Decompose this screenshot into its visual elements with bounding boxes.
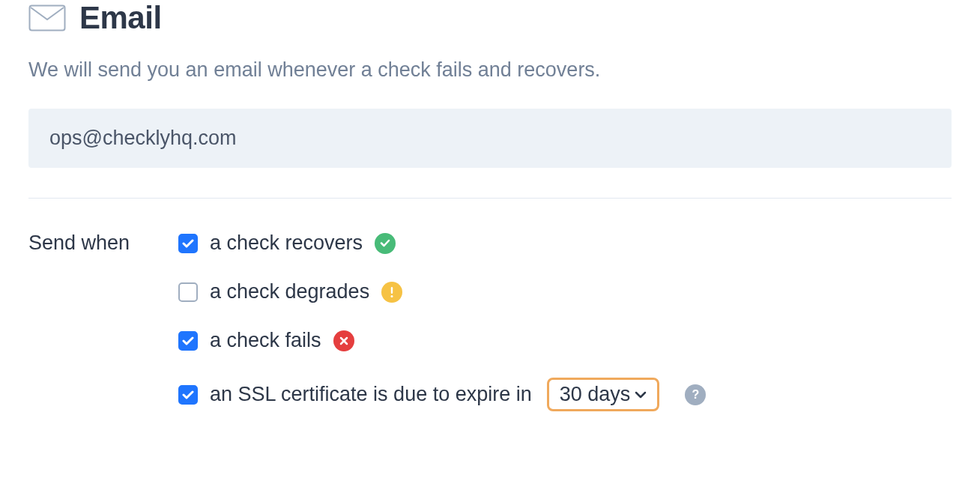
check-success-icon xyxy=(375,233,396,254)
email-input[interactable] xyxy=(28,109,952,168)
chevron-down-icon xyxy=(635,388,647,402)
ssl-expiry-select-value: 30 days xyxy=(560,383,631,406)
option-check-fails: a check fails xyxy=(178,329,706,352)
option-label: an SSL certificate is due to expire in xyxy=(210,383,532,406)
option-label: a check fails xyxy=(210,329,321,352)
svg-rect-0 xyxy=(30,6,65,31)
checkbox-check-degrades[interactable] xyxy=(178,282,198,302)
help-icon[interactable]: ? xyxy=(685,384,706,405)
section-divider xyxy=(28,198,952,199)
send-when-label: Send when xyxy=(28,232,178,255)
page-title: Email xyxy=(79,0,162,36)
option-check-recovers: a check recovers xyxy=(178,232,706,255)
send-when-options: a check recovers a check degrades xyxy=(178,232,706,411)
option-label: a check recovers xyxy=(210,232,363,255)
option-ssl-expiry: an SSL certificate is due to expire in 3… xyxy=(178,378,706,411)
option-check-degrades: a check degrades xyxy=(178,280,706,303)
checkbox-check-recovers[interactable] xyxy=(178,234,198,253)
ssl-expiry-select[interactable]: 30 days xyxy=(547,378,660,411)
option-label: a check degrades xyxy=(210,280,369,303)
svg-point-2 xyxy=(391,295,393,297)
checkbox-ssl-expiry[interactable] xyxy=(178,385,198,405)
page-header: Email xyxy=(28,0,952,36)
svg-rect-1 xyxy=(391,287,393,294)
x-icon xyxy=(333,330,354,351)
checkbox-check-fails[interactable] xyxy=(178,331,198,351)
exclamation-icon xyxy=(381,282,402,303)
mail-icon xyxy=(28,4,66,31)
page-subtitle: We will send you an email whenever a che… xyxy=(28,58,952,82)
